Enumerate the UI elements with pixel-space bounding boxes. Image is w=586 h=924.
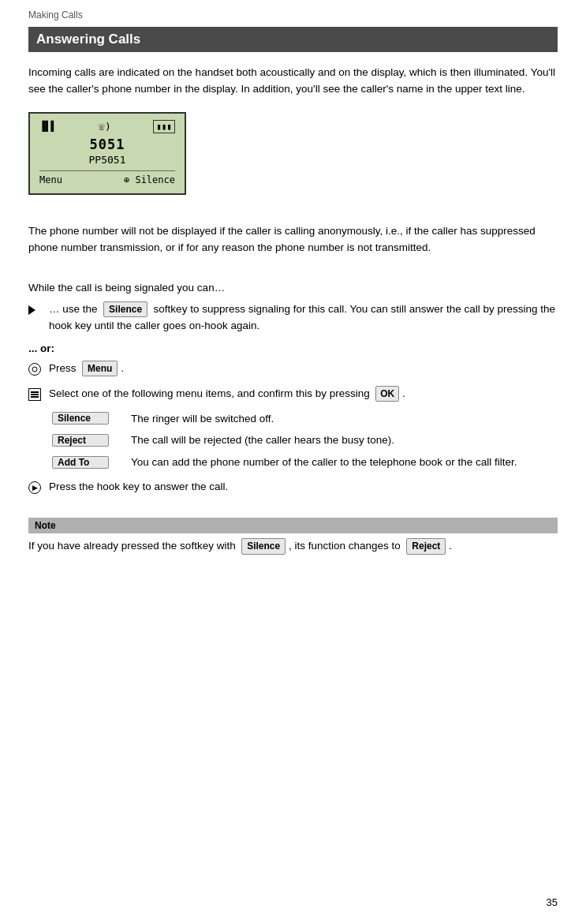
table-row: Reject The call will be rejected (the ca… xyxy=(52,432,558,449)
bullet1-prefix: … use the xyxy=(49,303,98,315)
silence-btn-inline1: Silence xyxy=(103,301,147,318)
list-icon xyxy=(28,386,49,403)
signal-icon: ▐▌▌ xyxy=(39,121,57,132)
note-suffix: . xyxy=(449,540,452,552)
phone-icon: ☏) xyxy=(99,121,111,133)
phone-screen-number: 5051 xyxy=(39,137,175,152)
bullet-silence-row: … use the Silence softkey to suppress si… xyxy=(28,301,558,335)
silence-menu-desc: The ringer will be switched off. xyxy=(131,411,558,428)
hook-key-text: Press the hook key to answer the call. xyxy=(49,479,558,496)
note-reject-btn: Reject xyxy=(406,538,446,555)
bullet2-suffix: . xyxy=(121,362,124,374)
ok-btn-inline: OK xyxy=(375,386,399,402)
softkey-right: ⊕ Silence xyxy=(124,174,175,185)
while-signal-text: While the call is being signaled you can… xyxy=(28,282,558,294)
hook-circle-icon: ▶ xyxy=(28,479,49,494)
intro-text: Incoming calls are indicated on the hand… xyxy=(28,65,558,98)
bullet2-prefix: Press xyxy=(49,362,77,374)
bullet3-prefix: Select one of the following menu items, … xyxy=(49,387,370,399)
phone-screen-pp: PP5051 xyxy=(39,154,175,166)
addto-menu-key: Add To xyxy=(52,456,109,469)
menu-table: Silence The ringer will be switched off.… xyxy=(52,411,558,472)
table-row: Add To You can add the phone number of t… xyxy=(52,455,558,471)
anon-text: The phone number will not be displayed i… xyxy=(28,223,558,256)
menu-btn-inline: Menu xyxy=(82,361,118,377)
hook-key-row: ▶ Press the hook key to answer the call. xyxy=(28,479,558,496)
note-bar: Note xyxy=(28,518,558,533)
reject-menu-desc: The call will be rejected (the caller he… xyxy=(131,432,558,449)
note-middle: , its function changes to xyxy=(289,540,401,552)
note-text: If you have already pressed the softkey … xyxy=(28,538,558,563)
bullet-menu-row: Press Menu . xyxy=(28,361,558,378)
silence-menu-key: Silence xyxy=(52,412,109,425)
bullet2-content: Press Menu . xyxy=(49,361,558,377)
section-header: Answering Calls xyxy=(28,27,558,52)
note-prefix: If you have already pressed the softkey … xyxy=(28,540,236,552)
battery-icon: ▮▮▮ xyxy=(153,120,175,133)
addto-menu-desc: You can add the phone number of the call… xyxy=(131,455,558,471)
bullet3-content: Select one of the following menu items, … xyxy=(49,386,558,402)
top-label: Making Calls xyxy=(28,9,558,21)
page-number: 35 xyxy=(547,896,558,908)
bullet-ok-row: Select one of the following menu items, … xyxy=(28,386,558,403)
nav-icon-menu xyxy=(28,361,49,378)
bullet3-suffix: . xyxy=(402,387,405,399)
bullet-silence-content: … use the Silence softkey to suppress si… xyxy=(49,301,558,335)
phone-screen: ▐▌▌ ☏) ▮▮▮ 5051 PP5051 Menu ⊕ Silence xyxy=(28,112,558,195)
reject-menu-key: Reject xyxy=(52,434,109,447)
table-row: Silence The ringer will be switched off. xyxy=(52,411,558,428)
or-label: ... or: xyxy=(28,342,558,354)
softkey-left: Menu xyxy=(39,174,62,185)
note-silence-btn: Silence xyxy=(241,538,286,555)
triangle-icon xyxy=(28,301,49,317)
